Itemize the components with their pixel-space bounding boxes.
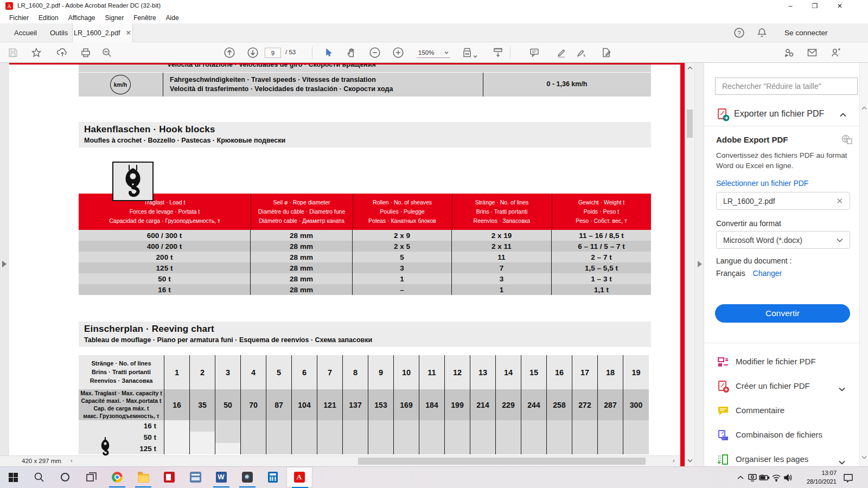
panel-item-edit-pdf[interactable]: Modifier le fichier PDF	[704, 350, 860, 374]
battery-icon[interactable]	[759, 472, 770, 483]
action-center-icon[interactable]	[843, 472, 853, 483]
highlight-tool-icon[interactable]	[554, 46, 569, 60]
minimize-button[interactable]: –	[780, 0, 801, 12]
maximize-button[interactable]: ❐	[804, 0, 826, 12]
panel-item-comment[interactable]: Commentaire	[704, 399, 860, 423]
next-page-icon[interactable]	[246, 46, 260, 60]
header-line: макс. Грузоподъемность, т	[83, 413, 159, 420]
taskbar-clock[interactable]: 13:07 28/10/2021	[793, 468, 837, 486]
add-account-icon[interactable]	[828, 46, 843, 60]
hb-header-line: Poleas · Канатных блоков	[353, 217, 452, 225]
cast-device-icon[interactable]	[747, 472, 758, 483]
fit-width-icon[interactable]	[460, 46, 474, 60]
cloud-upload-icon[interactable]	[55, 46, 69, 60]
reeving-cell	[317, 443, 343, 454]
chrome-icon	[112, 472, 123, 483]
format-select[interactable]: Microsoft Word (*.docx)	[716, 231, 850, 249]
menu-fichier[interactable]: Fichier	[4, 13, 34, 23]
taskbar-app-acrobat[interactable]: A	[286, 467, 312, 487]
menu-signer[interactable]: Signer	[100, 13, 129, 23]
chevron-up-icon[interactable]	[840, 113, 846, 117]
scroll-down-icon[interactable]	[687, 459, 693, 463]
comment-tool-icon[interactable]	[527, 46, 541, 60]
select-tool-icon[interactable]	[321, 46, 335, 60]
hb-header-line: Diamètre du câble · Diametro fune	[251, 208, 353, 216]
help-icon[interactable]: ?	[733, 27, 745, 41]
share-link-icon[interactable]	[782, 46, 796, 60]
tab-tools[interactable]: Outils	[42, 23, 75, 42]
chevron-down-icon[interactable]	[839, 457, 845, 467]
clear-file-icon[interactable]: ✕	[836, 196, 843, 206]
taskbar-search-icon[interactable]	[26, 467, 52, 487]
scrolling-mode-icon[interactable]	[491, 46, 505, 60]
volume-icon[interactable]	[783, 472, 794, 483]
kmh-icon: km/h	[110, 75, 131, 94]
scroll-up-icon[interactable]	[687, 66, 693, 70]
find-icon[interactable]	[100, 46, 114, 60]
table-row: 50 t	[79, 432, 649, 443]
tray-expand-icon[interactable]	[735, 472, 746, 483]
zoom-in-icon[interactable]	[391, 46, 405, 60]
star-favorites-icon[interactable]	[29, 46, 43, 60]
hb-header-line: Poids · Peso t	[552, 208, 651, 216]
tab-close-icon[interactable]: ✕	[126, 29, 131, 37]
save-icon[interactable]	[6, 46, 20, 60]
chevron-down-icon[interactable]	[473, 50, 477, 60]
convert-button[interactable]: Convertir	[715, 304, 850, 323]
more-tools-icon[interactable]	[599, 46, 614, 60]
document-vscrollbar[interactable]	[685, 63, 694, 466]
header-line: Max. Traglast · Max. capacity t	[80, 390, 162, 397]
zoom-out-icon[interactable]	[368, 46, 382, 60]
tools-search-input[interactable]: Rechercher "Réduire la taille"	[715, 78, 858, 95]
capacity-cell: 184	[419, 389, 445, 420]
collapse-panel-icon[interactable]	[698, 261, 702, 267]
selected-file-field[interactable]: LR_1600_2.pdf ✕	[716, 192, 850, 210]
notifications-bell-icon[interactable]	[756, 27, 768, 41]
taskbar-open-indicator	[213, 486, 229, 487]
taskbar-app-word[interactable]: W	[208, 467, 234, 487]
sign-in-link[interactable]: Se connecter	[777, 23, 835, 42]
start-button[interactable]	[0, 467, 26, 487]
cortana-icon[interactable]	[52, 467, 78, 487]
select-pdf-link[interactable]: Sélectionner un fichier PDF	[716, 179, 808, 188]
table-cell: 28 mm	[251, 284, 353, 295]
reeving-cell	[368, 420, 394, 432]
taskbar-app-photo-editor[interactable]	[234, 467, 260, 487]
panel-scrollbar[interactable]	[859, 63, 868, 466]
reeving-cell	[496, 432, 521, 443]
scroll-down-icon[interactable]	[861, 455, 867, 459]
reeving-cell	[496, 443, 521, 454]
previous-page-icon[interactable]	[222, 46, 237, 60]
menu-edition[interactable]: Edition	[34, 13, 63, 23]
hand-tool-icon[interactable]	[344, 46, 359, 60]
chevron-down-icon[interactable]	[839, 384, 845, 394]
panel-item-create-pdf[interactable]: Créer un fichier PDF	[704, 375, 860, 399]
print-icon[interactable]	[79, 46, 93, 60]
vscroll-thumb[interactable]	[687, 110, 693, 138]
taskbar-app-file-explorer[interactable]	[130, 467, 156, 487]
hscroll-left-arrow[interactable]: ‹	[71, 457, 73, 464]
export-pdf-section-header[interactable]: Exporter un fichier PDF	[704, 104, 860, 126]
tab-home[interactable]: Accueil	[7, 23, 44, 42]
change-language-link[interactable]: Changer	[753, 269, 782, 278]
menu-affichage[interactable]: Affichage	[63, 13, 100, 23]
taskbar-app-calculator[interactable]	[260, 467, 286, 487]
menu-fenêtre[interactable]: Fenêtre	[129, 13, 161, 23]
tab-document[interactable]: LR_1600_2.pdf ✕	[72, 23, 133, 42]
scroll-up-icon[interactable]	[861, 106, 867, 110]
close-button[interactable]: ✕	[829, 0, 851, 12]
taskbar-app-keyboard-tool[interactable]	[182, 467, 208, 487]
reeving-cell	[623, 443, 649, 454]
zoom-level-select[interactable]: 150%	[417, 48, 450, 58]
email-icon[interactable]	[805, 46, 819, 60]
task-view-icon[interactable]	[78, 467, 104, 487]
taskbar-app-chrome[interactable]	[104, 467, 130, 487]
menu-aide[interactable]: Aide	[161, 13, 184, 23]
hscroll-thumb[interactable]	[358, 458, 646, 465]
fill-sign-icon[interactable]	[575, 46, 589, 60]
taskbar-app-pdf-tool[interactable]	[156, 467, 182, 487]
panel-item-combine-files[interactable]: Combinaison de fichiers	[704, 423, 860, 447]
page-number-input[interactable]: 9	[265, 48, 281, 58]
hscroll-right-arrow[interactable]: ›	[673, 457, 675, 464]
wifi-icon[interactable]	[771, 472, 782, 483]
